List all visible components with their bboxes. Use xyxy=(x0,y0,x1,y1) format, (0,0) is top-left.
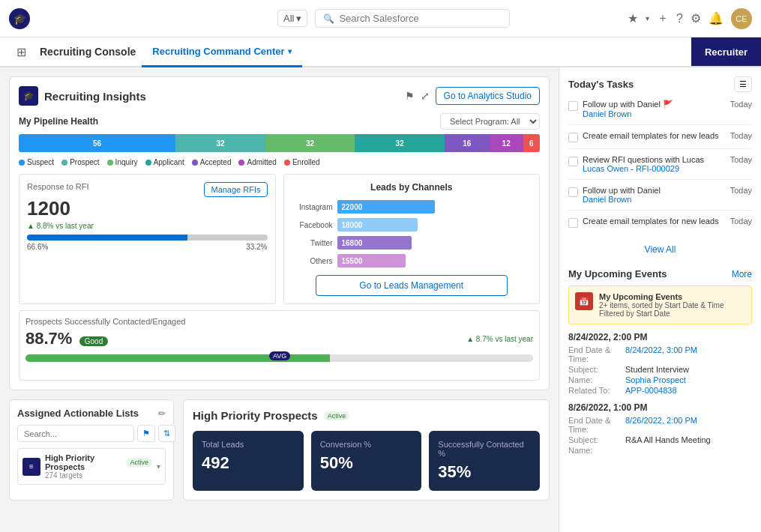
task-text-5: Create email templates for new leads xyxy=(583,217,726,226)
actionable-title: Assigned Actionable Lists xyxy=(17,408,139,419)
plus-icon[interactable]: ＋ xyxy=(657,10,669,26)
event-banner-line2: Filtered by Start Date xyxy=(599,309,724,318)
app-title[interactable]: Recruiting Console xyxy=(34,37,142,66)
graduation-icon: 🎓 xyxy=(13,13,26,25)
event-1-name-value: Sophia Prospect xyxy=(625,375,686,384)
event-banner-title: My Upcoming Events xyxy=(599,292,724,301)
insights-title: Recruiting Insights xyxy=(44,90,399,103)
expand-icon-btn[interactable]: ⤢ xyxy=(421,90,430,102)
list-item-subtitle: 274 targets xyxy=(45,471,152,480)
select-program[interactable]: Select Program: All xyxy=(440,113,540,130)
search-input[interactable] xyxy=(339,13,502,24)
avatar[interactable]: CE xyxy=(731,8,752,29)
list-chevron-icon[interactable]: ▾ xyxy=(157,462,160,471)
channels-chart: Instagram 22000 Facebook 18000 Twitter 1… xyxy=(292,200,532,267)
calendar-icon: 📅 xyxy=(575,292,593,310)
grid-icon[interactable]: ⊞ xyxy=(9,37,34,66)
go-leads-button[interactable]: Go to Leads Management xyxy=(316,275,508,296)
task-check-2[interactable] xyxy=(568,133,578,142)
rfi-section: Manage RFIs Response to RFI 1200 ▲ 8.8% … xyxy=(19,174,276,304)
priority-status-badge: Active xyxy=(324,411,350,420)
stat-total-leads: Total Leads 492 xyxy=(193,431,304,491)
tab-label: Recruiting Command Center xyxy=(152,46,284,57)
task-text-3: Review RFI questions with Lucas xyxy=(583,155,726,164)
event-1-related-value: APP-0004838 xyxy=(625,386,677,395)
recruiter-button[interactable]: Recruiter xyxy=(691,37,761,66)
prospects-section: Prospects Successfully Contacted/Engaged… xyxy=(19,310,540,381)
view-all-button[interactable]: View All xyxy=(568,240,752,259)
good-badge: Good xyxy=(79,336,108,346)
stat-successfully-contacted: Successfully Contacted % 35% xyxy=(429,431,540,491)
task-item-2: Create email templates for new leads Tod… xyxy=(568,131,752,149)
nav-icons: ★ ▾ ＋ ? ⚙ 🔔 CE xyxy=(628,8,752,29)
stats-row: Total Leads 492 Conversion % 50% Success… xyxy=(193,431,540,491)
list-item-title: High Priority Prospects xyxy=(45,453,123,471)
task-check-4[interactable] xyxy=(568,187,578,197)
list-item[interactable]: ≡ High Priority Prospects Active 274 tar… xyxy=(17,448,166,485)
avg-label: AVG xyxy=(269,351,290,360)
prospects-bar: AVG xyxy=(25,354,533,362)
channels-section: Leads by Channels Instagram 22000 Facebo… xyxy=(283,174,541,304)
task-check-1[interactable] xyxy=(568,101,578,111)
legend-prospect: Prospect xyxy=(61,158,99,166)
search-icon: 🔍 xyxy=(323,13,334,24)
task-link-4[interactable]: Daniel Brown xyxy=(583,195,726,204)
pipeline-seg-admitted: 12 xyxy=(490,134,523,152)
task-content-3: Review RFI questions with Lucas Lucas Ow… xyxy=(583,155,726,173)
event-2-end: End Date & Time: 8/26/2022, 2:00 PM xyxy=(568,416,752,434)
pipeline-legend: Suspect Prospect Inquiry Applicant Accep… xyxy=(19,158,540,166)
actionable-lists-panel: Assigned Actionable Lists ✏ ⚑ ⇅ ≡ High P… xyxy=(9,399,174,501)
task-date-4: Today xyxy=(730,186,752,195)
analytics-button[interactable]: Go to Analytics Studio xyxy=(436,87,540,105)
pipeline-seg-prospect: 32 xyxy=(175,134,265,152)
pipeline-label: My Pipeline Health Select Program: All xyxy=(19,113,540,130)
chevron-icon[interactable]: ▾ xyxy=(646,14,649,22)
help-icon[interactable]: ? xyxy=(676,12,683,25)
legend-applicant: Applicant xyxy=(145,158,184,166)
edit-icon[interactable]: ✏ xyxy=(158,408,166,419)
task-check-5[interactable] xyxy=(568,218,578,228)
channels-title: Leads by Channels xyxy=(292,182,532,193)
rfi-bar-label-1: 66.6% xyxy=(27,243,48,251)
right-panel: Today's Tasks ☰ Follow up with Daniel 🚩 … xyxy=(559,67,761,532)
app-logo: 🎓 xyxy=(9,8,30,29)
task-text-4: Follow up with Daniel xyxy=(583,186,726,195)
task-link-1[interactable]: Daniel Brown xyxy=(583,109,726,118)
task-content-1: Follow up with Daniel 🚩 Daniel Brown xyxy=(583,100,726,118)
task-text-2: Create email templates for new leads xyxy=(583,131,726,140)
notification-icon[interactable]: 🔔 xyxy=(709,11,724,25)
prospects-value: 88.7% xyxy=(25,329,72,348)
task-item-1: Follow up with Daniel 🚩 Daniel Brown Tod… xyxy=(568,100,752,125)
event-2-end-value: 8/26/2022, 2:00 PM xyxy=(625,416,697,434)
event-1-name: Name: Sophia Prospect xyxy=(568,375,752,384)
event-banner-content: My Upcoming Events 2+ items, sorted by S… xyxy=(599,292,724,318)
rfi-bar-label-2: 33.2% xyxy=(246,243,267,251)
tasks-title: Today's Tasks xyxy=(568,79,634,90)
rfi-number: 1200 xyxy=(27,197,268,220)
filter-button[interactable]: ⚑ xyxy=(137,425,155,442)
event-2-name: Name: xyxy=(568,446,752,455)
tasks-filter-button[interactable]: ☰ xyxy=(734,76,752,92)
search-bar[interactable]: 🔍 xyxy=(315,9,510,28)
app-tab[interactable]: Recruiting Command Center ▾ xyxy=(142,37,301,67)
actionable-search-input[interactable] xyxy=(17,425,134,442)
star-icon[interactable]: ★ xyxy=(628,11,638,25)
two-col-section: Manage RFIs Response to RFI 1200 ▲ 8.8% … xyxy=(19,174,540,304)
list-icon: ≡ xyxy=(22,458,40,476)
sort-button[interactable]: ⇅ xyxy=(158,425,175,442)
flag-icon: 🚩 xyxy=(663,100,673,109)
task-check-3[interactable] xyxy=(568,157,578,166)
settings-icon[interactable]: ⚙ xyxy=(691,11,701,25)
manage-rfis-button[interactable]: Manage RFIs xyxy=(204,182,267,197)
filter-icon-btn[interactable]: ⚑ xyxy=(405,90,415,102)
task-content-4: Follow up with Daniel Daniel Brown xyxy=(583,186,726,204)
cap-icon: 🎓 xyxy=(23,91,34,101)
pipeline-section: My Pipeline Health Select Program: All 5… xyxy=(19,113,540,166)
task-link-3[interactable]: Lucas Owen - RFI-000029 xyxy=(583,164,726,173)
task-content-5: Create email templates for new leads xyxy=(583,217,726,226)
event-1: 8/24/2022, 2:00 PM End Date & Time: 8/24… xyxy=(568,332,752,395)
all-dropdown[interactable]: All ▾ xyxy=(277,10,307,27)
more-link[interactable]: More xyxy=(732,269,752,279)
event-2-subject: Subject: R&A All Hands Meeting xyxy=(568,435,752,444)
task-date-1: Today xyxy=(730,100,752,109)
